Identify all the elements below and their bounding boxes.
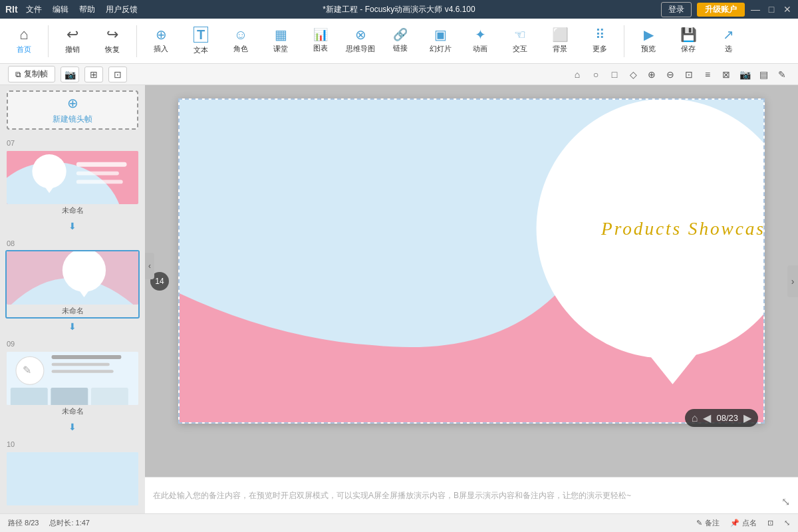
mindmap-icon: ⊗ [355,28,366,41]
minimize-button[interactable]: — [750,4,761,15]
maximize-button[interactable]: □ [766,4,777,15]
square-tool-icon[interactable]: □ [606,66,622,82]
status-path: 路径 8/23 [8,518,39,528]
toolbar-chart[interactable]: 📊 图表 [302,21,339,61]
menu-help[interactable]: 帮助 [79,4,95,15]
title-bar-right: 登录 升级账户 — □ ✕ [661,2,793,17]
menu-file[interactable]: 文件 [26,4,42,15]
title-bar-center: *新建工程 - Focusky动画演示大师 v4.6.100 [323,4,475,15]
fullscreen-button[interactable]: ⊡ [108,66,127,82]
expand-button[interactable]: ⤡ [784,519,790,527]
playback-prev-icon[interactable]: ◀ [703,412,711,424]
zoom-in-icon[interactable]: ⊕ [644,66,660,82]
slide-item-09[interactable]: ✎ 未命名 [5,350,140,419]
notes-bar: 在此处输入您的备注内容，在预览时开启双屏模式，可以实现A屏全屏播放演示内容，B屏… [145,477,798,513]
zoom-out-icon[interactable]: ⊖ [662,66,678,82]
slide-number-10: 10 [0,439,145,450]
toolbar-slideshow[interactable]: ▣ 幻灯片 [422,21,459,61]
slide-number-08: 08 [0,238,145,249]
slide-panel: ⊕ 新建镜头帧 07 [0,85,145,513]
slide-label-09: 未命名 [7,405,138,418]
slide-connector-07: ⬇ [0,219,145,233]
slide-canvas[interactable]: Products Showcase [178,98,765,424]
insert-icon: ⊕ [156,28,167,41]
slide-group-07: 07 未命名 [0,135,145,235]
notes-placeholder[interactable]: 在此处输入您的备注内容，在预览时开启双屏模式，可以实现A屏全屏播放演示内容，B屏… [153,489,631,501]
screenshot-button[interactable]: 📷 [61,66,79,82]
table-icon[interactable]: ▤ [755,66,771,82]
note-icon: ✎ [696,519,702,527]
menu-feedback[interactable]: 用户反馈 [106,4,138,15]
close-button[interactable]: ✕ [782,4,793,15]
svg-rect-16 [51,388,88,405]
toolbar-class[interactable]: ▦ 课堂 [262,21,299,61]
toolbar-insert[interactable]: ⊕ 插入 [142,21,180,61]
slide-item-08[interactable]: 未命名 [5,250,140,319]
toolbar-select[interactable]: ↗ 选 [710,21,747,61]
slide-number-07: 07 [0,138,145,148]
note-button[interactable]: ✎ 备注 [696,518,720,528]
toolbar-redo[interactable]: ↪ 恢复 [94,21,131,61]
toolbar-text[interactable]: T 文本 [182,21,219,61]
status-duration: 总时长: 1:47 [49,518,90,528]
slide-thumb-10 [7,452,138,505]
fullscreen-icon: ⊡ [114,69,122,80]
select-icon: ↗ [723,28,734,41]
lock-icon[interactable]: ⊠ [718,66,734,82]
edit-icon[interactable]: ✎ [774,66,790,82]
sidebar-collapse-button[interactable]: ‹ [145,253,154,279]
title-bar-left: RIt 文件 编辑 帮助 用户反馈 [5,4,138,15]
svg-rect-4 [76,162,127,167]
toolbar-undo[interactable]: ↩ 撤销 [54,21,91,61]
bg-icon: ⬜ [552,28,569,41]
new-frame-button[interactable]: ⊕ 新建镜头帧 [7,90,138,130]
pin-button[interactable]: 📌 点名 [730,518,757,528]
playback-controls: ⌂ ◀ 08/23 ▶ [685,409,758,427]
menu-edit[interactable]: 编辑 [53,4,68,15]
toolbar-home[interactable]: ⌂ 首页 [5,21,43,61]
toolbar-more[interactable]: ⠿ 更多 [581,21,618,61]
status-right: ✎ 备注 📌 点名 ⊡ ⤡ [696,518,790,528]
fit-icon[interactable]: ⊡ [681,66,697,82]
app-logo: RIt [5,4,18,15]
fit-screen-button[interactable]: ⊡ [767,519,773,527]
chevron-left-icon: ‹ [148,261,151,271]
slide-item-07[interactable]: 未命名 [5,150,140,218]
toolbar-interact[interactable]: ☜ 交互 [501,21,539,61]
canvas-background: Products Showcase [180,100,763,422]
align-icon[interactable]: ≡ [700,66,716,82]
grid-button[interactable]: ⊞ [84,66,103,82]
right-panel-toggle[interactable]: › [787,265,798,297]
camera-icon: 📷 [65,69,76,80]
toolbar-save[interactable]: 💾 保存 [670,21,707,61]
slide-connector-09: ⬇ [0,420,145,434]
svg-rect-15 [11,388,48,405]
svg-text:✎: ✎ [23,364,31,376]
playback-next-icon[interactable]: ▶ [743,412,751,424]
slide-item-10[interactable] [5,451,140,509]
svg-rect-6 [76,180,123,184]
toolbar-link[interactable]: 🔗 链接 [382,21,419,61]
upgrade-button[interactable]: 升级账户 [697,3,745,17]
notes-expand-icon[interactable]: ⤡ [781,495,790,508]
playback-home-icon[interactable]: ⌂ [692,412,698,424]
toolbar-mindmap[interactable]: ⊗ 思维导图 [342,21,379,61]
canvas-tools: ⌂ ○ □ ◇ ⊕ ⊖ ⊡ ≡ ⊠ 📷 ▤ ✎ [569,66,790,82]
copy-frame-button[interactable]: ⧉ 复制帧 [8,66,55,82]
action-bar: ⧉ 复制帧 📷 ⊞ ⊡ ⌂ ○ □ ◇ ⊕ ⊖ ⊡ ≡ ⊠ 📷 ▤ ✎ [0,64,798,85]
toolbar-divider-3 [624,25,624,57]
expand-icon: ⤡ [784,519,790,527]
toolbar-bg[interactable]: ⬜ 背景 [541,21,579,61]
toolbar-animation[interactable]: ✦ 动画 [462,21,499,61]
slide-label-07: 未命名 [7,204,138,217]
toolbar-preview[interactable]: ▶ 预览 [630,21,667,61]
circle-tool-icon[interactable]: ○ [588,66,604,82]
login-button[interactable]: 登录 [661,2,692,17]
title-bar: RIt 文件 编辑 帮助 用户反馈 *新建工程 - Focusky动画演示大师 … [0,0,798,19]
toolbar-role[interactable]: ☺ 角色 [222,21,259,61]
home-canvas-icon[interactable]: ⌂ [569,66,585,82]
window-controls: — □ ✕ [750,4,793,15]
connector-down-icon-2: ⬇ [68,321,76,332]
diamond-tool-icon[interactable]: ◇ [625,66,641,82]
camera2-icon[interactable]: 📷 [737,66,753,82]
